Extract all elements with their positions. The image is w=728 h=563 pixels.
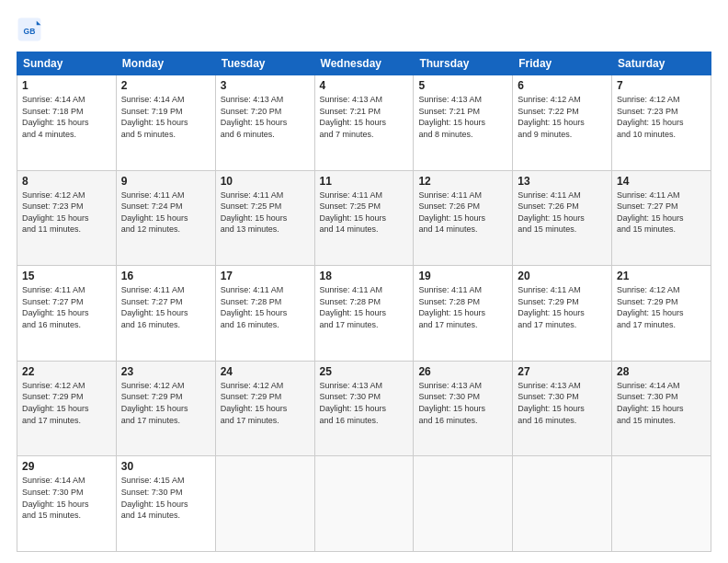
calendar-cell: 7Sunrise: 4:12 AM Sunset: 7:23 PM Daylig… [612,75,711,171]
day-info: Sunrise: 4:11 AM Sunset: 7:27 PM Dayligh… [617,190,706,236]
day-info: Sunrise: 4:13 AM Sunset: 7:21 PM Dayligh… [418,94,507,140]
calendar-cell: 4Sunrise: 4:13 AM Sunset: 7:21 PM Daylig… [314,75,414,171]
calendar-week-5: 29Sunrise: 4:14 AM Sunset: 7:30 PM Dayli… [17,456,711,552]
day-info: Sunrise: 4:11 AM Sunset: 7:27 PM Dayligh… [22,284,111,330]
day-info: Sunrise: 4:11 AM Sunset: 7:25 PM Dayligh… [221,190,310,236]
weekday-monday: Monday [116,52,215,75]
calendar-cell: 5Sunrise: 4:13 AM Sunset: 7:21 PM Daylig… [414,75,513,171]
calendar-week-1: 1Sunrise: 4:14 AM Sunset: 7:18 PM Daylig… [17,75,711,171]
calendar-cell: 22Sunrise: 4:12 AM Sunset: 7:29 PM Dayli… [17,361,117,456]
day-info: Sunrise: 4:11 AM Sunset: 7:26 PM Dayligh… [518,190,607,236]
day-number: 10 [221,175,310,188]
day-info: Sunrise: 4:11 AM Sunset: 7:28 PM Dayligh… [320,284,409,330]
calendar-week-4: 22Sunrise: 4:12 AM Sunset: 7:29 PM Dayli… [17,361,711,456]
weekday-saturday: Saturday [612,52,711,75]
calendar-week-2: 8Sunrise: 4:12 AM Sunset: 7:23 PM Daylig… [17,170,711,266]
calendar-cell: 21Sunrise: 4:12 AM Sunset: 7:29 PM Dayli… [612,266,711,362]
day-number: 14 [617,175,706,188]
calendar-cell [215,456,314,552]
day-info: Sunrise: 4:14 AM Sunset: 7:18 PM Dayligh… [22,94,111,140]
day-number: 7 [617,79,706,92]
calendar-cell: 16Sunrise: 4:11 AM Sunset: 7:27 PM Dayli… [116,266,215,362]
calendar-cell: 6Sunrise: 4:12 AM Sunset: 7:22 PM Daylig… [513,75,612,171]
day-number: 9 [121,175,210,188]
day-number: 27 [518,365,607,378]
day-info: Sunrise: 4:11 AM Sunset: 7:28 PM Dayligh… [221,284,310,330]
day-number: 11 [320,175,409,188]
calendar-cell: 29Sunrise: 4:14 AM Sunset: 7:30 PM Dayli… [17,456,117,552]
calendar-cell: 19Sunrise: 4:11 AM Sunset: 7:28 PM Dayli… [414,266,513,362]
day-number: 2 [121,79,210,92]
day-number: 21 [617,270,706,282]
calendar-body: 1Sunrise: 4:14 AM Sunset: 7:18 PM Daylig… [17,75,711,552]
day-info: Sunrise: 4:11 AM Sunset: 7:29 PM Dayligh… [518,284,607,330]
day-number: 30 [121,460,210,473]
day-info: Sunrise: 4:11 AM Sunset: 7:25 PM Dayligh… [320,190,409,236]
day-info: Sunrise: 4:12 AM Sunset: 7:29 PM Dayligh… [617,284,706,330]
weekday-thursday: Thursday [414,52,513,75]
calendar-cell: 17Sunrise: 4:11 AM Sunset: 7:28 PM Dayli… [215,266,314,362]
day-number: 15 [22,270,111,282]
weekday-header-row: SundayMondayTuesdayWednesdayThursdayFrid… [17,52,711,75]
calendar-cell: 2Sunrise: 4:14 AM Sunset: 7:19 PM Daylig… [116,75,215,171]
day-number: 16 [121,270,210,282]
day-info: Sunrise: 4:13 AM Sunset: 7:21 PM Dayligh… [320,94,409,140]
day-info: Sunrise: 4:14 AM Sunset: 7:30 PM Dayligh… [22,475,111,521]
weekday-friday: Friday [513,52,612,75]
weekday-wednesday: Wednesday [314,52,414,75]
day-info: Sunrise: 4:11 AM Sunset: 7:24 PM Dayligh… [121,190,210,236]
calendar-cell: 18Sunrise: 4:11 AM Sunset: 7:28 PM Dayli… [314,266,414,362]
day-number: 23 [121,365,210,378]
calendar-table: SundayMondayTuesdayWednesdayThursdayFrid… [17,52,711,552]
day-number: 12 [418,175,507,188]
calendar-cell: 9Sunrise: 4:11 AM Sunset: 7:24 PM Daylig… [116,170,215,266]
calendar-cell: 12Sunrise: 4:11 AM Sunset: 7:26 PM Dayli… [414,170,513,266]
calendar-cell: 14Sunrise: 4:11 AM Sunset: 7:27 PM Dayli… [612,170,711,266]
day-number: 8 [22,175,111,188]
day-number: 20 [518,270,607,282]
weekday-tuesday: Tuesday [215,52,314,75]
day-number: 19 [418,270,507,282]
day-number: 5 [418,79,507,92]
day-number: 28 [617,365,706,378]
day-info: Sunrise: 4:13 AM Sunset: 7:30 PM Dayligh… [518,380,607,426]
calendar-cell: 15Sunrise: 4:11 AM Sunset: 7:27 PM Dayli… [17,266,117,362]
calendar-cell: 28Sunrise: 4:14 AM Sunset: 7:30 PM Dayli… [612,361,711,456]
calendar-cell: 25Sunrise: 4:13 AM Sunset: 7:30 PM Dayli… [314,361,414,456]
day-info: Sunrise: 4:12 AM Sunset: 7:29 PM Dayligh… [121,380,210,426]
day-info: Sunrise: 4:15 AM Sunset: 7:30 PM Dayligh… [121,475,210,521]
day-number: 1 [22,79,111,92]
day-info: Sunrise: 4:13 AM Sunset: 7:20 PM Dayligh… [221,94,310,140]
day-info: Sunrise: 4:14 AM Sunset: 7:30 PM Dayligh… [617,380,706,426]
day-info: Sunrise: 4:11 AM Sunset: 7:28 PM Dayligh… [418,284,507,330]
calendar-cell: 24Sunrise: 4:12 AM Sunset: 7:29 PM Dayli… [215,361,314,456]
calendar-cell [513,456,612,552]
day-number: 13 [518,175,607,188]
weekday-sunday: Sunday [17,52,117,75]
day-info: Sunrise: 4:14 AM Sunset: 7:19 PM Dayligh… [121,94,210,140]
day-number: 24 [221,365,310,378]
calendar-cell: 1Sunrise: 4:14 AM Sunset: 7:18 PM Daylig… [17,75,117,171]
svg-text:GB: GB [24,27,36,36]
day-info: Sunrise: 4:12 AM Sunset: 7:29 PM Dayligh… [221,380,310,426]
day-number: 18 [320,270,409,282]
day-number: 6 [518,79,607,92]
calendar-cell [314,456,414,552]
calendar-cell: 30Sunrise: 4:15 AM Sunset: 7:30 PM Dayli… [116,456,215,552]
calendar-cell: 23Sunrise: 4:12 AM Sunset: 7:29 PM Dayli… [116,361,215,456]
calendar-cell [414,456,513,552]
header: GB [17,17,711,42]
logo: GB [17,17,46,42]
calendar-cell [612,456,711,552]
calendar-cell: 8Sunrise: 4:12 AM Sunset: 7:23 PM Daylig… [17,170,117,266]
day-info: Sunrise: 4:11 AM Sunset: 7:27 PM Dayligh… [121,284,210,330]
day-info: Sunrise: 4:13 AM Sunset: 7:30 PM Dayligh… [418,380,507,426]
calendar-cell: 11Sunrise: 4:11 AM Sunset: 7:25 PM Dayli… [314,170,414,266]
day-number: 26 [418,365,507,378]
day-number: 3 [221,79,310,92]
day-number: 29 [22,460,111,473]
day-number: 17 [221,270,310,282]
day-info: Sunrise: 4:12 AM Sunset: 7:29 PM Dayligh… [22,380,111,426]
day-number: 25 [320,365,409,378]
day-info: Sunrise: 4:12 AM Sunset: 7:23 PM Dayligh… [617,94,706,140]
